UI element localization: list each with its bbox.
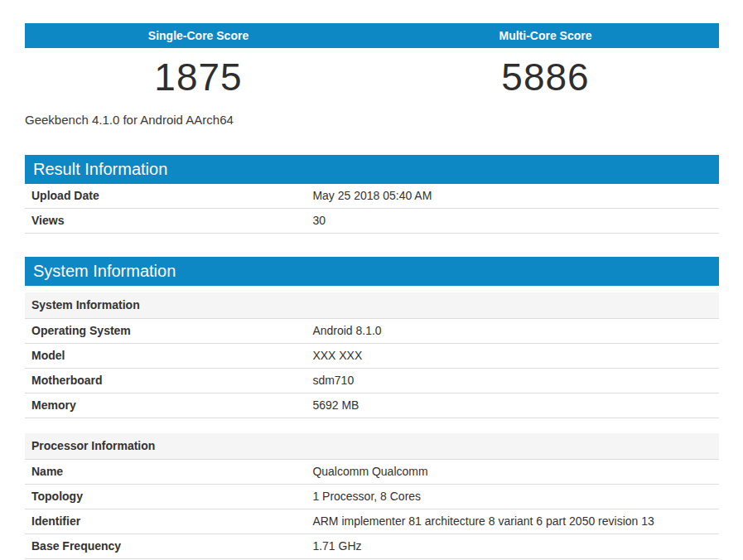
system-information-table: Operating System Android 8.1.0 Model XXX… [25,319,719,418]
table-row: Base Frequency 1.71 GHz [25,534,719,559]
row-label: Name [25,460,306,484]
row-value: 1.71 GHz [306,534,719,558]
single-core-score-value: 1875 [25,48,372,108]
table-row: Name Qualcomm Qualcomm [25,460,719,485]
group-heading-processor-information: Processor Information [25,433,719,460]
score-header-bar: Single-Core Score Multi-Core Score [25,23,719,48]
row-label: Model [25,344,306,368]
result-information-section: Result Information Upload Date May 25 20… [25,155,719,234]
system-information-section: System Information System Information Op… [25,257,719,559]
result-information-header: Result Information [25,155,719,184]
multi-core-score-label: Multi-Core Score [372,23,719,48]
row-value: May 25 2018 05:40 AM [306,184,719,208]
system-information-header: System Information [25,257,719,286]
table-row: Topology 1 Processor, 8 Cores [25,485,719,509]
row-value: Android 8.1.0 [306,319,719,343]
score-values-row: 1875 5886 [25,48,719,108]
row-value: Qualcomm Qualcomm [306,460,719,484]
row-label: Memory [25,393,306,418]
table-row: Upload Date May 25 2018 05:40 AM [25,184,719,209]
row-value: ARM implementer 81 architecture 8 varian… [306,509,719,533]
table-row: Operating System Android 8.1.0 [25,319,719,344]
result-information-table: Upload Date May 25 2018 05:40 AM Views 3… [25,184,719,234]
row-value: 30 [306,209,719,233]
table-row: Motherboard sdm710 [25,369,719,393]
row-label: Identifier [25,509,306,533]
row-value: XXX XXX [306,344,719,368]
row-value: 5692 MB [306,393,719,418]
row-label: Operating System [25,319,306,343]
row-label: Motherboard [25,369,306,393]
geekbench-result-page: Single-Core Score Multi-Core Score 1875 … [25,23,719,560]
table-row: Model XXX XXX [25,344,719,369]
row-label: Upload Date [25,184,306,208]
row-label: Base Frequency [25,534,306,558]
row-value: 1 Processor, 8 Cores [306,485,719,509]
table-row: Views 30 [25,209,719,234]
row-label: Views [25,209,306,233]
row-label: Topology [25,485,306,509]
group-heading-system-information: System Information [25,292,719,319]
single-core-score-label: Single-Core Score [25,23,372,48]
multi-core-score-value: 5886 [372,48,719,108]
table-row: Identifier ARM implementer 81 architectu… [25,509,719,534]
processor-information-table: Name Qualcomm Qualcomm Topology 1 Proces… [25,460,719,559]
table-row: Memory 5692 MB [25,393,719,418]
benchmark-version-caption: Geekbench 4.1.0 for Android AArch64 [25,113,719,127]
row-value: sdm710 [306,369,719,393]
